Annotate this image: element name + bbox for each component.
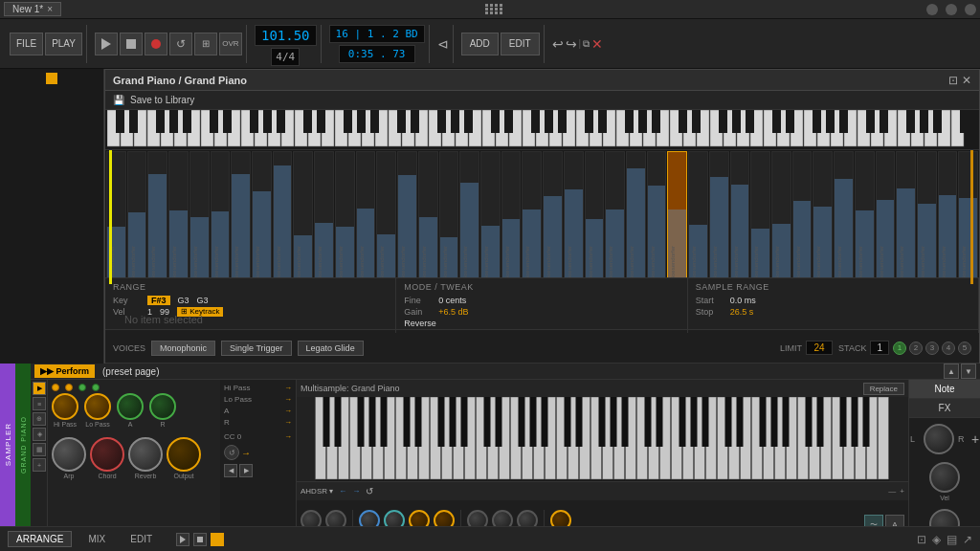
- active-tab[interactable]: New 1* ×: [4, 2, 61, 16]
- hipass-dot[interactable]: [52, 384, 59, 391]
- fx-btn[interactable]: FX: [909, 399, 980, 418]
- sampler-up-btn[interactable]: ▲: [944, 364, 959, 379]
- channel-2-dot[interactable]: 2: [909, 342, 923, 355]
- sample-cell[interactable]: Boesendorfer: [376, 151, 396, 283]
- output-knob[interactable]: [167, 437, 201, 472]
- loop-arrow[interactable]: →: [241, 448, 251, 458]
- sample-cell[interactable]: Boesendorfer: [585, 151, 605, 283]
- sample-cell[interactable]: Boesendorfer: [688, 151, 708, 283]
- close-btn[interactable]: [965, 4, 976, 15]
- sample-cell[interactable]: Boesendorfer: [127, 151, 147, 283]
- sampler-down-btn[interactable]: ▼: [961, 364, 976, 379]
- sample-cell[interactable]: Boesendorfer: [480, 151, 501, 283]
- strip-icon-4[interactable]: ◈: [33, 428, 46, 441]
- sample-cell[interactable]: Boesendorfer: [730, 151, 750, 283]
- stack-value[interactable]: 1: [870, 341, 889, 355]
- prev-sample-btn[interactable]: ◀: [224, 464, 237, 477]
- cc0-arrow[interactable]: →: [284, 432, 292, 441]
- start-marker[interactable]: [109, 150, 112, 284]
- sample-cell[interactable]: Boesendorfer: [917, 151, 937, 283]
- chord-knob[interactable]: [90, 437, 124, 472]
- minimize-btn[interactable]: [926, 4, 938, 15]
- ahdsr-left-arrow[interactable]: ←: [339, 487, 346, 496]
- add-button[interactable]: ADD: [461, 33, 499, 55]
- sample-cell[interactable]: Boesendorfer: [211, 151, 231, 283]
- ahdsr-minus[interactable]: —: [888, 487, 896, 496]
- sample-cell[interactable]: Boesendorfer: [938, 151, 958, 283]
- sample-cell[interactable]: Boesendorfer: [792, 151, 813, 283]
- sample-cell[interactable]: Boesendorfer: [750, 151, 770, 283]
- sample-cell[interactable]: Boesendorfer: [168, 151, 189, 283]
- sampler-preset-btn[interactable]: ▶▶ Perform: [34, 364, 95, 378]
- sample-cell[interactable]: Boesendorfer: [501, 151, 522, 283]
- edit-tab[interactable]: EDIT: [122, 531, 161, 547]
- bb-play-btn[interactable]: [176, 533, 189, 546]
- ahdsr-right-arrow[interactable]: →: [352, 487, 360, 496]
- channel-3-dot[interactable]: 3: [925, 342, 939, 355]
- strip-icon-6[interactable]: +: [33, 458, 46, 472]
- sample-cell[interactable]: Boesendorfer: [667, 151, 687, 283]
- play-label-button[interactable]: PLAY: [45, 33, 82, 55]
- sample-cell[interactable]: Boesendorfer: [439, 151, 459, 283]
- bb-stop-btn[interactable]: [193, 533, 207, 546]
- sample-cell[interactable]: Boesendorfer: [335, 151, 355, 283]
- tab-close-btn[interactable]: ×: [47, 4, 53, 14]
- copy-icon[interactable]: ⧉: [583, 38, 590, 50]
- stop-button[interactable]: [120, 33, 143, 55]
- channel-1-dot[interactable]: 1: [893, 342, 906, 355]
- sample-cell[interactable]: Boesendorfer: [522, 151, 542, 283]
- sample-cell[interactable]: Boesendorfer: [543, 151, 563, 283]
- reverb-knob[interactable]: [128, 437, 163, 472]
- bb-icon-1[interactable]: ⊡: [917, 533, 926, 546]
- r-arrow[interactable]: →: [284, 418, 292, 427]
- legato-glide-btn[interactable]: Legato Glide: [298, 341, 364, 356]
- bb-icon-4[interactable]: ↗: [963, 533, 972, 546]
- note-btn[interactable]: Note: [909, 380, 980, 399]
- ahdsr-plus[interactable]: +: [900, 487, 904, 496]
- pr-popout-btn[interactable]: ⊡: [948, 74, 958, 87]
- limit-value[interactable]: 24: [806, 341, 833, 355]
- loop-button[interactable]: ↺: [169, 33, 192, 55]
- hipass-knob[interactable]: [52, 393, 78, 420]
- sample-cell[interactable]: Boesendorfer: [564, 151, 584, 283]
- sample-cell[interactable]: Boesendorfer: [252, 151, 272, 283]
- vel-knob[interactable]: [929, 462, 960, 493]
- record-button[interactable]: [145, 33, 167, 55]
- sample-cell[interactable]: Boesendorfer: [231, 151, 251, 283]
- sample-cell[interactable]: Boesendorfer: [626, 151, 646, 283]
- strip-icon-3[interactable]: ⊕: [33, 412, 46, 426]
- hipass-arrow[interactable]: →: [284, 384, 292, 392]
- monophonic-btn[interactable]: Monophonic: [151, 341, 215, 356]
- overdub-button[interactable]: OVR: [219, 33, 242, 55]
- replace-btn[interactable]: Replace: [863, 383, 904, 395]
- sample-cell[interactable]: Boesendorfer: [709, 151, 729, 283]
- plus-btn[interactable]: +: [971, 431, 979, 447]
- r-knob[interactable]: [149, 393, 176, 420]
- sample-cell[interactable]: Boesendorfer: [771, 151, 791, 283]
- sample-cell[interactable]: Boesendorfer: [293, 151, 313, 283]
- pattern-button[interactable]: ⊞: [194, 33, 217, 55]
- strip-icon-2[interactable]: ≡: [33, 397, 46, 410]
- sample-cell[interactable]: Boesendorfer: [813, 151, 833, 283]
- strip-icon-1[interactable]: ▶: [33, 382, 46, 395]
- sample-cell[interactable]: Boesendorfer: [189, 151, 210, 283]
- channel-4-dot[interactable]: 4: [942, 342, 955, 355]
- ahdsr-loop-icon[interactable]: ↺: [366, 486, 373, 496]
- sample-cell[interactable]: Boesendorfer: [418, 151, 438, 283]
- lopass-knob[interactable]: [84, 393, 111, 420]
- sample-cell[interactable]: Boesendorfer: [314, 151, 334, 283]
- ahdsr-label[interactable]: AHDSR ▾: [301, 487, 333, 496]
- lr-knob[interactable]: [924, 424, 954, 454]
- sample-cell[interactable]: Boesendorfer: [273, 151, 293, 283]
- undo-button[interactable]: ↩: [552, 36, 564, 52]
- lopass-arrow[interactable]: →: [284, 395, 292, 404]
- sample-cell[interactable]: Boesendorfer: [958, 151, 978, 283]
- lopass-dot[interactable]: [65, 384, 73, 391]
- a-arrow[interactable]: →: [284, 407, 292, 415]
- sample-cell[interactable]: Boesendorfer: [896, 151, 916, 283]
- sample-cell[interactable]: Boesendorfer: [397, 151, 417, 283]
- sample-cell[interactable]: Boesendorfer: [459, 151, 479, 283]
- sample-cell[interactable]: Boesendorfer: [147, 151, 167, 283]
- sample-cell[interactable]: Boesendorfer: [855, 151, 875, 283]
- sample-cell[interactable]: Boesendorfer: [876, 151, 896, 283]
